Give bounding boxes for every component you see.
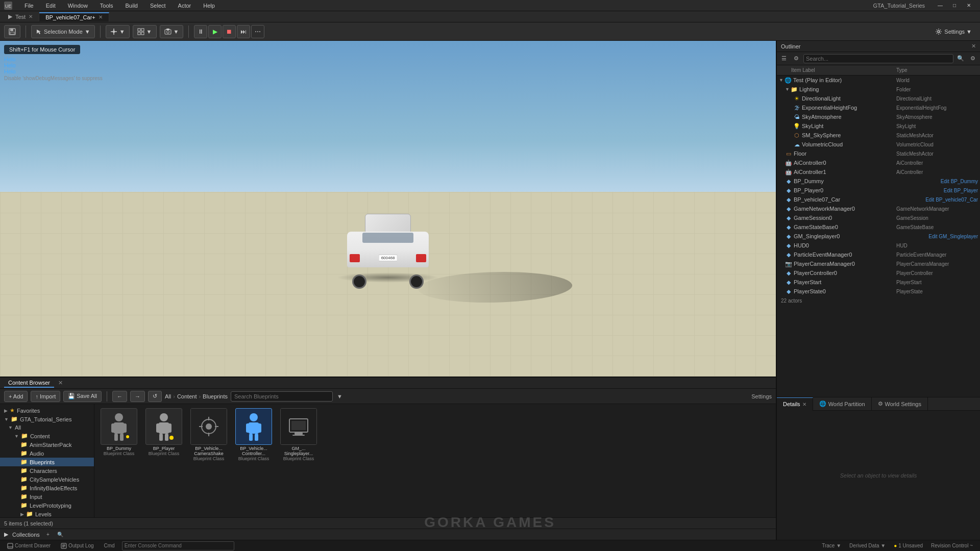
ol-ai-controller-0[interactable]: 🤖 AiController0 AiController (777, 158, 980, 167)
camera-button[interactable]: ▼ (160, 25, 184, 38)
ol-game-session[interactable]: ◆ GameSession0 GameSession (777, 213, 980, 222)
ol-height-fog[interactable]: 🌫 ExponentialHeightFog ExponentialHeight… (777, 103, 980, 112)
content-browser-tab[interactable]: Content Browser (4, 379, 54, 388)
tree-anim[interactable]: 📁 AnimStarterPack (0, 440, 94, 449)
viewport[interactable]: ⊕ 600468 Shift+F1 fo (0, 41, 776, 377)
outliner-options-button[interactable]: ⚙ (791, 54, 801, 64)
menu-help[interactable]: Help (201, 2, 217, 10)
play-button[interactable]: ▶ (208, 25, 222, 38)
import-button[interactable]: ↑ Import (31, 391, 60, 402)
menu-file[interactable]: File (22, 2, 36, 10)
tree-audio[interactable]: 📁 Audio (0, 449, 94, 458)
tab-test-close[interactable]: ✕ (29, 14, 33, 19)
ol-player-start[interactable]: ◆ PlayerStart PlayerStart (777, 278, 980, 287)
menu-build[interactable]: Build (124, 2, 140, 10)
tree-characters[interactable]: 📁 Characters (0, 466, 94, 475)
filter-button[interactable]: ▼ (337, 393, 342, 399)
grid-button[interactable]: ▼ (133, 25, 157, 38)
collections-arrow[interactable]: ▶ (4, 531, 8, 538)
details-tab-close[interactable]: ✕ (802, 402, 806, 407)
menu-select[interactable]: Select (148, 2, 168, 10)
history-back-button[interactable]: ← (112, 391, 127, 402)
tree-effects[interactable]: 📁 InfinityBladeEffects (0, 484, 94, 492)
menu-actor[interactable]: Actor (176, 2, 193, 10)
derived-data-button[interactable]: Derived Data ▼ (846, 541, 889, 550)
vehicle-actor[interactable]: ⊕ 600468 (347, 232, 429, 283)
pause-button[interactable]: ⏸ (194, 25, 207, 38)
ol-bp-player[interactable]: ◆ BP_Player0 Edit BP_Player (777, 186, 980, 195)
ol-player-state[interactable]: ◆ PlayerState0 PlayerState (777, 287, 980, 296)
menu-tools[interactable]: Tools (98, 2, 115, 10)
transform-button[interactable]: ▼ (106, 25, 130, 38)
ol-sky-atmosphere[interactable]: 🌤 SkyAtmosphere SkyAtmosphere (777, 112, 980, 121)
ol-hud[interactable]: ◆ HUD0 HUD (777, 241, 980, 250)
tree-content[interactable]: ▼ 📁 Content (0, 432, 94, 440)
save-button[interactable] (4, 25, 20, 38)
tree-input[interactable]: 📁 Input (0, 492, 94, 501)
ol-player-camera-mgr[interactable]: 📷 PlayerCameraManager0 PlayerCameraManag… (777, 259, 980, 268)
console-command-input[interactable] (122, 541, 234, 550)
add-button[interactable]: + Add (4, 391, 28, 402)
tree-levels[interactable]: ▶ 📁 Levels (0, 510, 94, 517)
more-button[interactable]: ⋯ (251, 25, 264, 38)
tree-project[interactable]: ▼ 📁 GTA_Tutorial_Series (0, 415, 94, 423)
collections-search-button[interactable]: 🔍 (56, 531, 64, 539)
ol-bp-vehicle-car[interactable]: ◆ BP_vehicle07_Car Edit BP_vehicle07_Car (777, 195, 980, 204)
content-settings-button[interactable]: Settings (751, 393, 772, 399)
skip-button[interactable]: ⏭ (237, 25, 250, 38)
menu-edit[interactable]: Edit (44, 2, 58, 10)
asset-bp-camera-shake[interactable]: BP_Vehicle...CameraShake Blueprint Class (188, 408, 229, 461)
ol-ai-controller-1[interactable]: 🤖 AiController1 AiController (777, 167, 980, 177)
content-drawer-button[interactable]: Content Drawer (4, 541, 54, 550)
ol-lighting[interactable]: ▼ 📁 Lighting Folder (777, 85, 980, 94)
close-button[interactable]: ✕ (962, 0, 976, 11)
ol-floor[interactable]: ▭ Floor StaticMeshActor (777, 149, 980, 158)
ol-sky-sphere[interactable]: ⬡ SM_SkySphere StaticMeshActor (777, 131, 980, 140)
outliner-close-button[interactable]: ✕ (971, 43, 976, 49)
path-content[interactable]: Content (177, 393, 197, 399)
path-blueprints[interactable]: Blueprints (203, 393, 228, 399)
ol-volumetric-cloud[interactable]: ☁ VolumetricCloud VolumetricCloud (777, 140, 980, 149)
mouse-cursor-hint[interactable]: Shift+F1 for Mouse Cursor (4, 45, 80, 54)
outliner-search-button[interactable]: 🔍 (955, 54, 966, 64)
ol-gm-singleplayer[interactable]: ◆ GM_Singleplayer0 Edit GM_Singleplayer (777, 232, 980, 241)
asset-bp-player[interactable]: BP_Player Blueprint Class (143, 408, 184, 461)
refresh-button[interactable]: ↺ (148, 391, 162, 402)
bp-dummy-link[interactable]: Edit BP_Dummy (941, 179, 978, 184)
outliner-search-input[interactable] (803, 54, 953, 63)
unsaved-button[interactable]: ● 1 Unsaved (891, 541, 926, 550)
outliner-filter-button[interactable]: ☰ (779, 54, 789, 64)
world-settings-tab[interactable]: ⚙ World Settings (872, 397, 928, 411)
ol-particle-event-mgr[interactable]: ◆ ParticleEventManager0 ParticleEventMan… (777, 250, 980, 259)
outliner-settings-button[interactable]: ⚙ (968, 54, 978, 64)
ol-bp-dummy[interactable]: ◆ BP_Dummy Edit BP_Dummy (777, 177, 980, 186)
ol-sky-light[interactable]: 💡 SkyLight SkyLight (777, 121, 980, 131)
maximize-button[interactable]: □ (947, 0, 962, 11)
tab-test[interactable]: ▶ Test ✕ (2, 12, 39, 21)
tree-all[interactable]: ▼ All (0, 423, 94, 432)
history-fwd-button[interactable]: → (130, 391, 145, 402)
tree-favorites[interactable]: ▶ ★ Favorites (0, 406, 94, 415)
settings-button[interactable]: Settings ▼ (931, 28, 976, 35)
tab-vehicle[interactable]: BP_vehicle07_Car+ ✕ (39, 12, 109, 21)
revision-control-button[interactable]: Revision Control ~ (928, 541, 976, 550)
trace-button[interactable]: Trace ▼ (819, 541, 844, 550)
output-log-button[interactable]: Output Log (58, 541, 96, 550)
asset-bp-dummy[interactable]: BP_Dummy Blueprint Class (99, 408, 139, 461)
details-tab[interactable]: Details ✕ (777, 397, 813, 411)
ol-game-state[interactable]: ◆ GameStateBase0 GameStateBase (777, 222, 980, 232)
save-all-button[interactable]: 💾 Save All (63, 391, 102, 402)
minimize-button[interactable]: — (933, 0, 947, 11)
tree-level-proto[interactable]: 📁 LevelPrototyping (0, 501, 94, 510)
ol-directional-light[interactable]: ☀ DirectionalLight DirectionalLight (777, 94, 980, 103)
asset-gm-singleplayer[interactable]: GM_...Singleplayer... Blueprint Class (278, 408, 319, 461)
world-partition-tab[interactable]: 🌐 World Partition (813, 397, 872, 411)
bp-vehicle-link[interactable]: Edit BP_vehicle07_Car (925, 197, 978, 203)
collections-add-button[interactable]: + (44, 531, 52, 539)
tree-vehicles[interactable]: 📁 CitySampleVehicles (0, 475, 94, 484)
asset-bp-vehicle-controller[interactable]: BP_Vehicle...Controller... Blueprint Cla… (233, 408, 274, 461)
ol-player-controller[interactable]: ◆ PlayerController0 PlayerController (777, 268, 980, 278)
content-search-input[interactable] (231, 391, 333, 402)
ol-test-world[interactable]: ▼ 🌐 Test (Play in Editor) World (777, 76, 980, 85)
menu-window[interactable]: Window (66, 2, 90, 10)
